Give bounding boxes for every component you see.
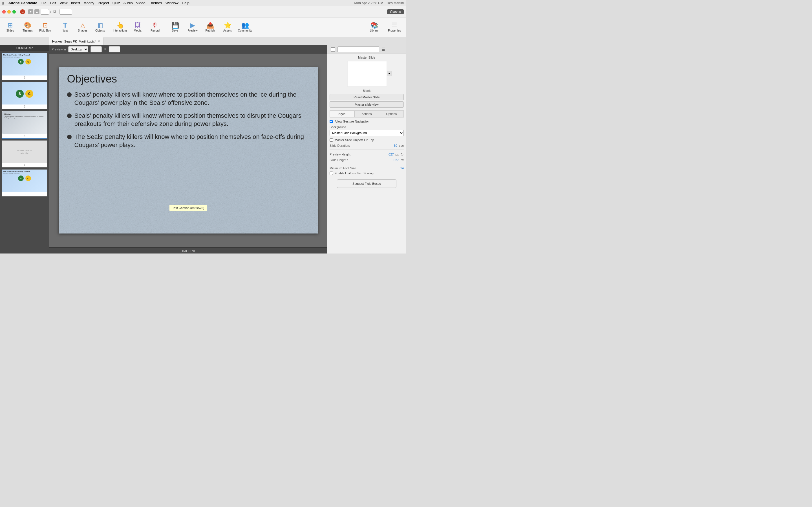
refresh-icon[interactable]: ↻: [400, 152, 404, 157]
menu-help[interactable]: Help: [182, 1, 190, 5]
toolbar-shapes[interactable]: △ Shapes: [74, 18, 91, 36]
toolbar-properties[interactable]: ☰ Properties: [385, 18, 404, 36]
nav-down-button[interactable]: ▼: [28, 9, 33, 14]
slide-duration-value[interactable]: 30: [394, 144, 397, 147]
properties-header: ☰: [327, 45, 406, 54]
classic-button[interactable]: Classic: [387, 9, 404, 14]
slide-canvas[interactable]: Objectives Seals' penalty killers will k…: [59, 67, 318, 233]
toolbar-interactions[interactable]: 👆 Interactions: [112, 18, 129, 36]
allow-gesture-checkbox[interactable]: [329, 120, 333, 123]
master-slide-view-button[interactable]: Master slide view: [329, 101, 404, 108]
bullet-2: Seals' penalty killers will know where t…: [67, 112, 310, 128]
tab-style[interactable]: Style: [329, 110, 354, 117]
username: Des Martini: [387, 1, 404, 5]
master-slide-section-label: Master Slide: [329, 56, 404, 59]
master-slide-dropdown-btn[interactable]: ▼: [387, 71, 392, 76]
current-slide-input[interactable]: 3: [41, 9, 49, 15]
toolbar-fluid-box[interactable]: ⊡ Fluid Box: [37, 18, 54, 36]
uniform-text-checkbox[interactable]: [329, 172, 333, 175]
master-objects-row: Master Slide Objects On Top: [329, 138, 404, 142]
app-icon: C: [20, 9, 26, 15]
slide-height-value[interactable]: 627: [394, 158, 399, 162]
tab-options[interactable]: Options: [379, 110, 404, 117]
properties-search-input[interactable]: [338, 47, 379, 52]
zoom-input[interactable]: 100: [59, 9, 72, 15]
menu-view[interactable]: View: [59, 1, 67, 5]
properties-icon: ☰: [392, 22, 397, 29]
properties-list-icon[interactable]: ☰: [382, 47, 385, 52]
min-font-size-value[interactable]: 14: [400, 166, 404, 170]
menu-project[interactable]: Project: [98, 1, 109, 5]
toolbar-library[interactable]: 📚 Library: [364, 18, 384, 36]
menu-file[interactable]: File: [41, 1, 47, 5]
canvas-toolbar: Preview in Desktop 1024 ✕ 627: [49, 45, 327, 54]
toolbar-assets[interactable]: ⭐ Assets: [219, 18, 236, 36]
menu-modify[interactable]: Modify: [84, 1, 94, 5]
menu-themes[interactable]: Themes: [149, 1, 162, 5]
canvas-width-input[interactable]: 1024: [91, 46, 102, 52]
slide-num-5: 5: [2, 192, 47, 196]
menu-window[interactable]: Window: [165, 1, 179, 5]
nav-up-button[interactable]: ▲: [35, 9, 40, 14]
file-tab[interactable]: Hockey_Seals PK_Martini.cptx* ✕: [49, 37, 103, 45]
preview-height-value[interactable]: 627: [389, 153, 394, 156]
allow-gesture-row: Allow Gesture Navigation: [329, 120, 404, 123]
text-caption-label[interactable]: Text Caption (848x575): [169, 205, 207, 211]
slide-duration-key: Slide Duration:: [329, 144, 392, 147]
slide-num-1: 1: [2, 75, 47, 80]
preview-icon: ▶: [190, 22, 195, 29]
total-slides: 13: [52, 10, 56, 14]
menu-insert[interactable]: Insert: [71, 1, 80, 5]
toolbar-text[interactable]: T Text: [57, 18, 73, 36]
master-objects-checkbox[interactable]: [329, 138, 333, 142]
app-name: Adobe Captivate: [8, 1, 37, 5]
menu-video[interactable]: Video: [136, 1, 146, 5]
canvas-height-input[interactable]: 627: [109, 46, 120, 52]
slide-thumb-3[interactable]: Objectives • Seals' penalty killers will…: [2, 111, 47, 138]
preview-height-row: Preview Height 627 px ↻: [329, 152, 404, 157]
close-tab-button[interactable]: ✕: [98, 40, 100, 43]
master-slide-preview[interactable]: ▼: [347, 61, 387, 86]
toolbar-save[interactable]: 💾 Save: [167, 18, 184, 36]
timeline-bar: TIMELINE: [49, 247, 327, 253]
slide-thumb-1[interactable]: The Seals Penalty Killing Tutorial Game …: [2, 53, 47, 80]
preview-in-label: Preview in: [52, 48, 66, 51]
min-font-size-row: Minimum Font Size 14: [329, 166, 404, 170]
text-label: Text: [63, 29, 68, 33]
close-button[interactable]: [2, 10, 6, 13]
toolbar-themes[interactable]: 🎨 Themes: [19, 18, 36, 36]
toolbar-community[interactable]: 👥 Community: [237, 18, 253, 36]
reset-master-slide-button[interactable]: Reset Master Slide: [329, 94, 404, 100]
toolbar-objects[interactable]: ◧ Objects: [92, 18, 109, 36]
preview-mode-select[interactable]: Desktop: [68, 46, 88, 52]
bullet-1: Seals' penalty killers will know where t…: [67, 91, 310, 107]
toolbar-record[interactable]: 🎙 Record: [147, 18, 163, 36]
toolbar-slides[interactable]: ⊞ Slides: [2, 18, 18, 36]
svg-rect-4: [347, 61, 387, 87]
background-select[interactable]: Master Slide Background: [329, 130, 404, 136]
minimize-button[interactable]: [7, 10, 11, 13]
apple-menu[interactable]: : [2, 1, 4, 5]
slide-thumb-5[interactable]: The Seals Penalty Killing Tutorial Game …: [2, 169, 47, 196]
save-icon: 💾: [171, 22, 179, 29]
toolbar-preview[interactable]: ▶ Preview: [184, 18, 201, 36]
slide-duration-unit: sec: [399, 144, 404, 147]
tab-actions[interactable]: Actions: [354, 110, 379, 117]
menu-audio[interactable]: Audio: [123, 1, 133, 5]
bullet-text-2: Seals' penalty killers will know where t…: [74, 112, 310, 128]
slide-thumb-4[interactable]: Double click toadd title 4: [2, 140, 47, 168]
properties-tabs: Style Actions Options: [329, 110, 404, 117]
filmstrip: FILMSTRIP The Seals Penalty Killing Tuto…: [0, 45, 49, 253]
master-slide-name: Blank: [329, 89, 404, 93]
nav-controls: ▼ ▲ 3 / 13 100: [28, 9, 72, 15]
preview-label: Preview: [188, 29, 198, 32]
slide-thumb-2[interactable]: S C 2: [2, 82, 47, 109]
menu-quiz[interactable]: Quiz: [112, 1, 120, 5]
maximize-button[interactable]: [12, 10, 16, 13]
toolbar-publish[interactable]: 📤 Publish: [202, 18, 218, 36]
suggest-fluid-boxes-button[interactable]: Suggest Fluid Boxes: [337, 179, 396, 188]
record-label: Record: [151, 29, 160, 32]
main-layout: FILMSTRIP The Seals Penalty Killing Tuto…: [0, 45, 406, 253]
toolbar-media[interactable]: 🖼 Media: [129, 18, 146, 36]
menu-edit[interactable]: Edit: [50, 1, 56, 5]
